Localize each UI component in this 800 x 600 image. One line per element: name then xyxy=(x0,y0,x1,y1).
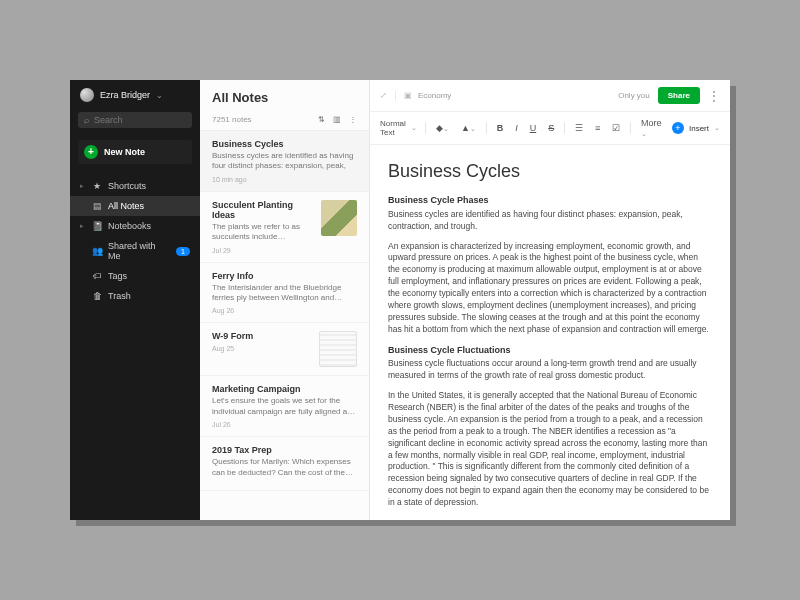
note-title: 2019 Tax Prep xyxy=(212,445,357,455)
note-title[interactable]: Business Cycles xyxy=(388,159,712,184)
note-title: Succulent Planting Ideas xyxy=(212,200,313,220)
caret-icon: ▸ xyxy=(80,182,86,190)
nav-icon: 👥 xyxy=(92,246,102,256)
note-title: Marketing Campaign xyxy=(212,384,357,394)
paragraph-style-select[interactable]: Normal Text ⌄ xyxy=(380,119,417,137)
list-subheader: 7251 notes ⇅ ▥ ⋮ xyxy=(200,109,369,131)
note-title: Ferry Info xyxy=(212,271,357,281)
nav-label: Notebooks xyxy=(108,221,151,231)
note-snippet: Questions for Marilyn: Which expenses ca… xyxy=(212,457,357,478)
paragraph-style-label: Normal Text xyxy=(380,119,408,137)
note-date: 10 min ago xyxy=(212,176,357,183)
note-item[interactable]: 2019 Tax PrepQuestions for Marilyn: Whic… xyxy=(200,437,369,491)
note-list-panel: All Notes 7251 notes ⇅ ▥ ⋮ Business Cycl… xyxy=(200,80,370,520)
sidebar-item-trash[interactable]: 🗑Trash xyxy=(70,286,200,306)
search-input[interactable] xyxy=(94,115,186,125)
nav-label: All Notes xyxy=(108,201,144,211)
nav-label: Trash xyxy=(108,291,131,301)
note-header: ⤢ │ ▣ Economy Only you Share ⋮ xyxy=(370,80,730,112)
note-thumbnail xyxy=(319,331,357,367)
plus-icon: + xyxy=(84,145,98,159)
bold-button[interactable]: B xyxy=(495,123,506,133)
editor-panel: ⤢ │ ▣ Economy Only you Share ⋮ Normal Te… xyxy=(370,80,730,520)
note-date: Aug 26 xyxy=(212,307,357,314)
paragraph[interactable]: An expansion is characterized by increas… xyxy=(388,241,712,336)
share-button[interactable]: Share xyxy=(658,87,700,104)
expand-icon[interactable]: ⤢ xyxy=(380,91,387,100)
sidebar-item-shortcuts[interactable]: ▸★Shortcuts xyxy=(70,176,200,196)
nav-label: Shortcuts xyxy=(108,181,146,191)
user-name: Ezra Bridger xyxy=(100,90,150,100)
chevron-down-icon: ⌄ xyxy=(411,124,417,132)
sort-icon[interactable]: ⇅ xyxy=(318,115,325,124)
note-item[interactable]: Business CyclesBusiness cycles are ident… xyxy=(200,131,369,192)
new-note-button[interactable]: + New Note xyxy=(78,140,192,164)
nav-label: Tags xyxy=(108,271,127,281)
nav-icon: ▤ xyxy=(92,201,102,211)
nav: ▸★Shortcuts▤All Notes▸📓Notebooks👥Shared … xyxy=(70,176,200,306)
note-date: Aug 25 xyxy=(212,345,311,352)
note-items: Business CyclesBusiness cycles are ident… xyxy=(200,131,369,520)
section-heading[interactable]: Business Cycle Phases xyxy=(388,194,712,207)
note-item[interactable]: W-9 FormAug 25 xyxy=(200,323,369,376)
checklist-button[interactable]: ☑ xyxy=(610,123,622,133)
plus-icon: + xyxy=(672,122,684,134)
note-snippet: Let's ensure the goals we set for the in… xyxy=(212,396,357,417)
format-toolbar: Normal Text ⌄ ◆⌄ ▲⌄ B I U S ☰ ≡ ☑ More ⌄… xyxy=(370,112,730,145)
more-format-button[interactable]: More ⌄ xyxy=(639,118,664,138)
app-window: Ezra Bridger ⌄ ⌕ + New Note ▸★Shortcuts▤… xyxy=(70,80,730,520)
note-snippet: The Interislander and the Bluebridge fer… xyxy=(212,283,357,304)
insert-button[interactable]: + Insert ⌄ xyxy=(672,122,720,134)
note-date: Jul 26 xyxy=(212,421,357,428)
caret-icon: ▸ xyxy=(80,222,86,230)
strike-button[interactable]: S xyxy=(546,123,556,133)
chevron-down-icon: ⌄ xyxy=(714,124,720,132)
notebook-icon: ▣ xyxy=(404,91,412,100)
notebook-name[interactable]: Economy xyxy=(418,91,451,100)
search-icon: ⌕ xyxy=(84,115,89,125)
filter-icon[interactable]: ▥ xyxy=(333,115,341,124)
underline-button[interactable]: U xyxy=(528,123,539,133)
sidebar-item-tags[interactable]: 🏷Tags xyxy=(70,266,200,286)
paragraph[interactable]: In the United States, it is generally ac… xyxy=(388,390,712,509)
visibility-label[interactable]: Only you xyxy=(618,91,650,100)
user-menu[interactable]: Ezra Bridger ⌄ xyxy=(70,80,200,108)
badge: 1 xyxy=(176,247,190,256)
paragraph[interactable]: Business cycles are identified as having… xyxy=(388,209,712,233)
note-item[interactable]: Marketing CampaignLet's ensure the goals… xyxy=(200,376,369,437)
note-item[interactable]: Ferry InfoThe Interislander and the Blue… xyxy=(200,263,369,324)
note-thumbnail xyxy=(321,200,357,236)
new-note-label: New Note xyxy=(104,147,145,157)
font-color-button[interactable]: ◆⌄ xyxy=(434,123,451,133)
list-header: All Notes xyxy=(200,80,369,109)
sidebar: Ezra Bridger ⌄ ⌕ + New Note ▸★Shortcuts▤… xyxy=(70,80,200,520)
number-list-button[interactable]: ≡ xyxy=(593,123,602,133)
note-snippet: Business cycles are identified as having… xyxy=(212,151,357,172)
chevron-down-icon: ⌄ xyxy=(156,91,163,100)
sidebar-item-all-notes[interactable]: ▤All Notes xyxy=(70,196,200,216)
nav-icon: 🗑 xyxy=(92,291,102,301)
section-heading[interactable]: Business Cycle Fluctuations xyxy=(388,344,712,357)
bullet-list-button[interactable]: ☰ xyxy=(573,123,585,133)
note-body[interactable]: Business Cycles Business Cycle PhasesBus… xyxy=(370,145,730,520)
more-menu-icon[interactable]: ⋮ xyxy=(708,90,720,102)
note-count: 7251 notes xyxy=(212,115,252,124)
avatar xyxy=(80,88,94,102)
sidebar-item-shared-with-me[interactable]: 👥Shared with Me1 xyxy=(70,236,200,266)
nav-label: Shared with Me xyxy=(108,241,170,261)
search-box[interactable]: ⌕ xyxy=(78,112,192,128)
note-snippet: The plants we refer to as succulents inc… xyxy=(212,222,313,243)
insert-label: Insert xyxy=(689,124,709,133)
nav-icon: 🏷 xyxy=(92,271,102,281)
note-title: Business Cycles xyxy=(212,139,357,149)
highlight-button[interactable]: ▲⌄ xyxy=(459,123,478,133)
sidebar-item-notebooks[interactable]: ▸📓Notebooks xyxy=(70,216,200,236)
options-icon[interactable]: ⋮ xyxy=(349,115,357,124)
note-title: W-9 Form xyxy=(212,331,311,341)
nav-icon: ★ xyxy=(92,181,102,191)
nav-icon: 📓 xyxy=(92,221,102,231)
italic-button[interactable]: I xyxy=(513,123,520,133)
list-title: All Notes xyxy=(212,90,357,105)
paragraph[interactable]: Business cycle fluctuations occur around… xyxy=(388,358,712,382)
note-item[interactable]: Succulent Planting IdeasThe plants we re… xyxy=(200,192,369,263)
